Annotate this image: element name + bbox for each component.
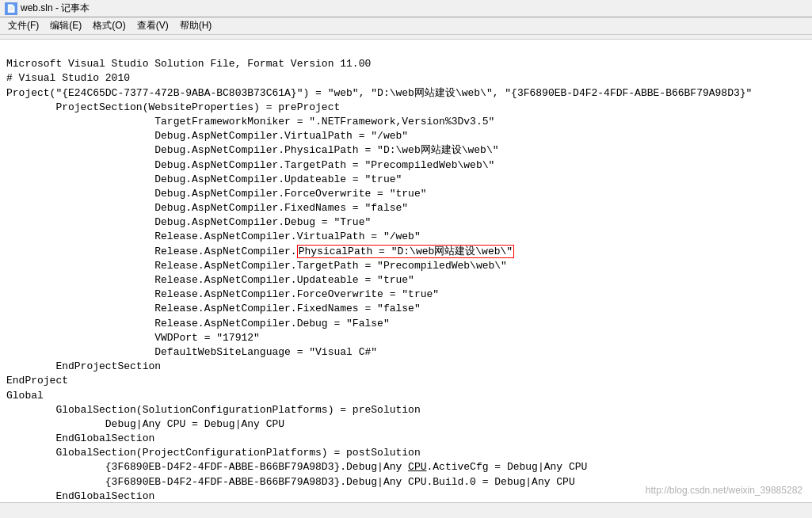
menu-file[interactable]: 文件(F) xyxy=(3,17,44,34)
menu-format[interactable]: 格式(O) xyxy=(88,17,130,34)
title-text: web.sln - 记事本 xyxy=(21,2,90,15)
menu-help[interactable]: 帮助(H) xyxy=(175,17,217,34)
menu-bar: 文件(F) 编辑(E) 格式(O) 查看(V) 帮助(H) xyxy=(0,17,812,35)
content-area[interactable]: Microsoft Visual Studio Solution File, F… xyxy=(0,40,812,502)
menu-view[interactable]: 查看(V) xyxy=(132,17,173,34)
code-text: Microsoft Visual Studio Solution File, F… xyxy=(6,43,806,502)
status-bar xyxy=(0,502,812,518)
app-icon: 📄 xyxy=(5,2,17,15)
title-bar: 📄 web.sln - 记事本 xyxy=(0,0,812,17)
menu-edit[interactable]: 编辑(E) xyxy=(45,17,86,34)
